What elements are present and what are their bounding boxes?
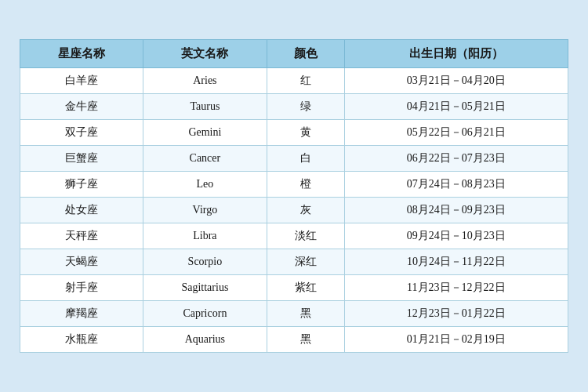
cell-english-name: Aquarius (143, 327, 267, 353)
table-row: 狮子座Leo橙07月24日－08月23日 (20, 172, 568, 198)
table-row: 水瓶座Aquarius黑01月21日－02月19日 (20, 327, 568, 353)
cell-chinese-name: 射手座 (20, 275, 143, 301)
cell-color: 黑 (267, 301, 344, 327)
cell-color: 绿 (267, 94, 344, 120)
table-row: 天秤座Libra淡红09月24日－10月23日 (20, 223, 568, 249)
cell-chinese-name: 金牛座 (20, 94, 143, 120)
cell-english-name: Aries (143, 68, 267, 94)
cell-english-name: Virgo (143, 198, 267, 223)
cell-color: 紫红 (267, 275, 344, 301)
cell-chinese-name: 水瓶座 (20, 327, 143, 353)
cell-english-name: Leo (143, 172, 267, 198)
cell-english-name: Taurus (143, 94, 267, 120)
table-row: 金牛座Taurus绿04月21日－05月21日 (20, 94, 568, 120)
cell-english-name: Capricorn (143, 301, 267, 327)
cell-dates: 04月21日－05月21日 (344, 94, 568, 120)
cell-chinese-name: 双子座 (20, 120, 143, 146)
cell-dates: 03月21日－04月20日 (344, 68, 568, 94)
cell-english-name: Scorpio (143, 249, 267, 275)
header-dates: 出生日期（阳历） (344, 40, 568, 68)
cell-chinese-name: 天蝎座 (20, 249, 143, 275)
cell-dates: 12月23日－01月22日 (344, 301, 568, 327)
table-row: 白羊座Aries红03月21日－04月20日 (20, 68, 568, 94)
cell-dates: 11月23日－12月22日 (344, 275, 568, 301)
cell-english-name: Cancer (143, 146, 267, 172)
cell-english-name: Gemini (143, 120, 267, 146)
header-chinese-name: 星座名称 (20, 40, 143, 68)
cell-dates: 08月24日－09月23日 (344, 198, 568, 223)
main-container: 星座名称 英文名称 颜色 出生日期（阳历） 白羊座Aries红03月21日－04… (12, 31, 576, 361)
cell-chinese-name: 巨蟹座 (20, 146, 143, 172)
cell-color: 黄 (267, 120, 344, 146)
cell-color: 黑 (267, 327, 344, 353)
cell-dates: 01月21日－02月19日 (344, 327, 568, 353)
cell-dates: 10月24日－11月22日 (344, 249, 568, 275)
header-english-name: 英文名称 (143, 40, 267, 68)
cell-chinese-name: 白羊座 (20, 68, 143, 94)
cell-color: 淡红 (267, 223, 344, 249)
cell-color: 灰 (267, 198, 344, 223)
table-row: 处女座Virgo灰08月24日－09月23日 (20, 198, 568, 223)
cell-dates: 06月22日－07月23日 (344, 146, 568, 172)
cell-english-name: Libra (143, 223, 267, 249)
cell-color: 深红 (267, 249, 344, 275)
table-row: 摩羯座Capricorn黑12月23日－01月22日 (20, 301, 568, 327)
header-color: 颜色 (267, 40, 344, 68)
cell-chinese-name: 摩羯座 (20, 301, 143, 327)
cell-color: 红 (267, 68, 344, 94)
table-row: 巨蟹座Cancer白06月22日－07月23日 (20, 146, 568, 172)
table-body: 白羊座Aries红03月21日－04月20日金牛座Taurus绿04月21日－0… (20, 68, 568, 353)
cell-chinese-name: 处女座 (20, 198, 143, 223)
table-row: 天蝎座Scorpio深红10月24日－11月22日 (20, 249, 568, 275)
cell-color: 橙 (267, 172, 344, 198)
cell-dates: 07月24日－08月23日 (344, 172, 568, 198)
cell-chinese-name: 狮子座 (20, 172, 143, 198)
zodiac-table: 星座名称 英文名称 颜色 出生日期（阳历） 白羊座Aries红03月21日－04… (20, 39, 568, 353)
cell-english-name: Sagittarius (143, 275, 267, 301)
cell-chinese-name: 天秤座 (20, 223, 143, 249)
table-row: 射手座Sagittarius紫红11月23日－12月22日 (20, 275, 568, 301)
table-row: 双子座Gemini黄05月22日－06月21日 (20, 120, 568, 146)
cell-color: 白 (267, 146, 344, 172)
cell-dates: 09月24日－10月23日 (344, 223, 568, 249)
cell-dates: 05月22日－06月21日 (344, 120, 568, 146)
table-header-row: 星座名称 英文名称 颜色 出生日期（阳历） (20, 40, 568, 68)
